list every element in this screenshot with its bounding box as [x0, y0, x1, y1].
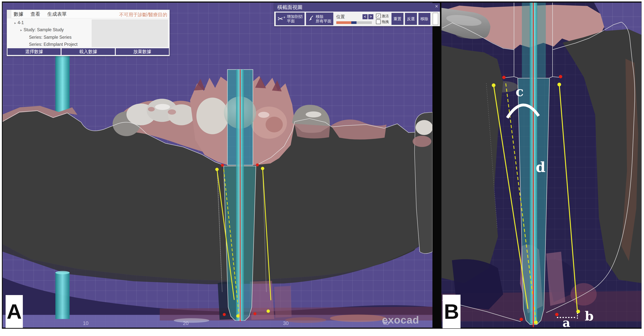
tree-item-label: 4-1: [18, 20, 24, 25]
menu-item-data[interactable]: 數據: [14, 11, 24, 18]
tissue-column: [274, 286, 292, 318]
checkbox-drag-label: 拖拽: [382, 20, 389, 24]
menu-item-generate-form[interactable]: 生成表單: [47, 11, 67, 18]
ruler-tick: 10: [83, 320, 88, 326]
step-left-button[interactable]: <: [362, 14, 368, 19]
toolbar-body: ✂+ 增加剖切平面 移除所有平面 位置 < >: [274, 12, 440, 26]
tissue-blob: [330, 314, 386, 322]
invert-button[interactable]: 反選: [405, 13, 417, 25]
implant-post-left-lower: [55, 272, 70, 319]
gingiva: [412, 136, 431, 147]
tooth-shine: [155, 104, 170, 110]
gingiva: [331, 120, 386, 140]
tree-item-label: Study: Sample Study: [24, 27, 64, 32]
red-handle[interactable]: [559, 75, 562, 78]
ruler-tick: 30: [283, 320, 288, 326]
tooth: [196, 98, 228, 134]
checkbox-active-label: 激活: [382, 14, 389, 18]
red-handle[interactable]: [520, 318, 523, 321]
toolbar-checkboxes: ✓ 激活 拖拽: [376, 14, 389, 24]
step-right-button[interactable]: >: [368, 14, 373, 19]
panel-b-viewport[interactable]: c d a b: [442, 2, 642, 328]
slider-thumb[interactable]: [351, 21, 357, 24]
disclaimer-notice: 不可用于診斷/醫療目的: [119, 12, 167, 18]
annotation-a: a: [562, 316, 570, 328]
annotation-c: c: [516, 84, 524, 99]
annotation-b: b: [585, 308, 594, 324]
slider-track: [356, 21, 372, 24]
close-icon[interactable]: ×: [435, 4, 438, 9]
tooth-shine: [306, 112, 321, 118]
red-handle[interactable]: [256, 164, 259, 166]
yellow-handle[interactable]: [266, 310, 270, 313]
exocad-watermark: exocad: [382, 314, 419, 326]
select-data-button[interactable]: 選擇數據: [8, 48, 60, 55]
red-handle[interactable]: [254, 312, 256, 315]
tree-item-series-1[interactable]: Series: Sample Series: [29, 35, 72, 40]
tree-item-label: Series: EdImplant Project: [29, 42, 78, 47]
red-handle[interactable]: [555, 313, 558, 316]
yellow-handle[interactable]: [236, 314, 240, 318]
load-data-button[interactable]: 載入數據: [62, 48, 115, 55]
tree-item-series-2[interactable]: Series: EdImplant Project: [29, 42, 78, 47]
discard-data-button[interactable]: 放棄數據: [116, 48, 169, 55]
annotation-d: d: [536, 159, 546, 175]
gingiva-round-inner: [266, 117, 283, 132]
checkbox-drag-box[interactable]: [376, 20, 381, 24]
scissors-icon: ✂+: [278, 16, 286, 22]
data-panel: 數據 查看 生成表單 不可用于診斷/醫療目的 ▸4-1 ▸Study: Samp…: [7, 10, 170, 56]
red-handle[interactable]: [223, 313, 226, 316]
bone-mass: [442, 45, 503, 283]
toolbar-title: 橫截面視圖: [277, 4, 302, 11]
tissue-blob: [285, 317, 326, 323]
yellow-handle[interactable]: [215, 168, 219, 171]
reset-button[interactable]: 重置: [392, 13, 404, 25]
position-slider[interactable]: [336, 21, 372, 24]
add-cutting-plane-button[interactable]: ✂+ 增加剖切平面: [276, 12, 304, 25]
gingiva-shine: [258, 112, 269, 118]
position-block: 位置 < >: [336, 14, 373, 24]
gingiva-spot: [148, 107, 155, 112]
tooth: [416, 120, 432, 135]
tooth: [168, 104, 195, 125]
red-handle[interactable]: [502, 76, 506, 79]
remove-all-planes-label: 移除所有平面: [316, 14, 332, 23]
remove-button[interactable]: 移除: [418, 13, 430, 25]
plane-indicator[interactable]: [433, 13, 438, 25]
yellow-handle[interactable]: [558, 83, 561, 86]
yellow-handle[interactable]: [261, 167, 264, 170]
checkbox-drag[interactable]: 拖拽: [376, 20, 389, 24]
cross-section-scene-b: c d a b: [442, 2, 642, 328]
tree-item-study[interactable]: ▸Study: Sample Study: [20, 27, 64, 32]
panel-a-label: A: [6, 295, 23, 328]
ruler-tick: 20: [183, 320, 188, 326]
gingiva: [294, 124, 330, 138]
red-handle[interactable]: [221, 164, 224, 167]
menu-gutter: [7, 10, 11, 18]
tree-item-label: Series: Sample Series: [29, 35, 72, 40]
figure-stage: c d a b 數據 查看 生成表單 不可用于診斷/醫療目的 ▸4-1 ▸Stu…: [0, 0, 644, 336]
add-cutting-plane-label: 增加剖切平面: [287, 14, 303, 23]
menu-item-view[interactable]: 查看: [30, 11, 40, 18]
position-label: 位置: [336, 14, 345, 20]
toolbar-titlebar[interactable]: 橫截面視圖 ×: [274, 3, 440, 12]
checkbox-active-box[interactable]: ✓: [376, 14, 381, 18]
data-panel-buttons: 選擇數據 載入數據 放棄數據: [7, 48, 170, 55]
gingiva-spike: [194, 79, 205, 90]
panel-b-label: B: [442, 295, 460, 328]
gingiva-spot: [168, 110, 176, 114]
implant-post-top: [55, 271, 70, 274]
yellow-handle[interactable]: [576, 310, 580, 314]
expander-icon[interactable]: ▸: [20, 28, 22, 32]
remove-all-planes-button[interactable]: 移除所有平面: [306, 12, 333, 25]
yellow-handle[interactable]: [492, 84, 496, 87]
broom-icon: [308, 15, 314, 22]
data-tree: ▸4-1 ▸Study: Sample Study Series: Sample…: [7, 18, 170, 48]
cross-section-toolbar: 橫截面視圖 × ✂+ 增加剖切平面 移除所有平面 位置: [274, 3, 440, 26]
tree-item-case[interactable]: ▸4-1: [14, 20, 24, 25]
scan-streak: [174, 318, 209, 323]
yellow-handle[interactable]: [534, 320, 538, 324]
checkbox-active[interactable]: ✓ 激活: [376, 14, 389, 18]
expander-icon[interactable]: ▸: [14, 21, 16, 25]
slider-filled: [336, 21, 351, 24]
